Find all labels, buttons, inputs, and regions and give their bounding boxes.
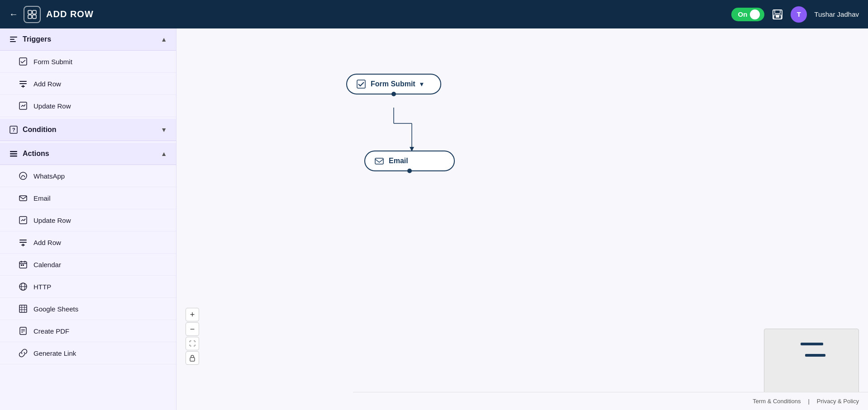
form-submit-node[interactable]: Form Submit ▾ xyxy=(346,74,441,94)
sidebar-item-add-row[interactable]: Add Row xyxy=(0,73,176,95)
add-row-action-icon xyxy=(18,237,28,247)
svg-rect-21 xyxy=(10,156,17,157)
add-row-label: Add Row xyxy=(33,80,61,88)
svg-rect-19 xyxy=(10,151,17,152)
add-row-icon xyxy=(18,79,28,89)
sidebar-item-form-submit[interactable]: Form Submit xyxy=(0,51,176,73)
svg-rect-8 xyxy=(10,37,17,38)
lock-button[interactable] xyxy=(186,351,199,365)
svg-rect-12 xyxy=(19,81,27,82)
http-icon xyxy=(18,282,28,292)
google-sheets-icon xyxy=(18,304,28,314)
privacy-link[interactable]: Privacy & Policy xyxy=(817,398,859,405)
condition-section-header[interactable]: ? Condition ▼ xyxy=(0,119,176,141)
app-logo xyxy=(24,6,41,23)
svg-text:?: ? xyxy=(12,127,15,132)
svg-rect-1 xyxy=(33,10,36,14)
actions-header-left: Actions xyxy=(9,149,49,158)
svg-rect-33 xyxy=(21,264,22,266)
whatsapp-label: WhatsApp xyxy=(33,172,65,180)
condition-label: Condition xyxy=(23,126,57,134)
sidebar-item-update-row-action[interactable]: Update Row xyxy=(0,209,176,231)
form-submit-icon xyxy=(18,57,28,66)
zoom-in-button[interactable]: + xyxy=(186,308,199,321)
svg-point-22 xyxy=(19,172,27,179)
toggle-circle xyxy=(750,9,760,19)
footer: Term & Conditions | Privacy & Policy xyxy=(353,392,868,410)
create-pdf-icon xyxy=(18,326,28,336)
svg-rect-28 xyxy=(21,245,25,245)
svg-rect-0 xyxy=(28,10,32,14)
svg-rect-26 xyxy=(19,242,27,243)
update-row-label: Update Row xyxy=(33,102,71,110)
triggers-section-header[interactable]: Triggers ▲ xyxy=(0,28,176,51)
email-icon xyxy=(18,193,28,203)
sidebar: Triggers ▲ Form Submit xyxy=(0,28,176,410)
save-button[interactable] xyxy=(772,9,783,20)
email-node-label: Email xyxy=(389,157,408,165)
svg-rect-25 xyxy=(19,240,27,240)
calendar-icon xyxy=(18,259,28,269)
add-row-action-label: Add Row xyxy=(33,239,61,246)
calendar-label: Calendar xyxy=(33,261,61,269)
generate-link-label: Generate Link xyxy=(33,349,76,357)
user-name: Tushar Jadhav xyxy=(814,10,859,18)
page-title: ADD ROW xyxy=(46,9,731,19)
sidebar-item-email[interactable]: Email xyxy=(0,187,176,209)
svg-rect-3 xyxy=(33,15,36,19)
update-row-action-icon xyxy=(18,215,28,225)
update-row-action-label: Update Row xyxy=(33,217,71,224)
minimap-form-submit xyxy=(801,343,823,345)
canvas[interactable]: Form Submit ▾ Email + − ⛶ xyxy=(176,28,868,410)
main-layout: Triggers ▲ Form Submit xyxy=(0,28,868,410)
terms-link[interactable]: Term & Conditions xyxy=(753,398,801,405)
http-label: HTTP xyxy=(33,283,51,291)
actions-chevron: ▲ xyxy=(161,150,167,157)
update-row-icon xyxy=(18,101,28,111)
avatar: T xyxy=(791,6,807,23)
triggers-chevron: ▲ xyxy=(161,36,167,43)
generate-link-icon xyxy=(18,348,28,358)
condition-chevron: ▼ xyxy=(161,126,167,133)
svg-rect-34 xyxy=(23,264,24,266)
sidebar-item-http[interactable]: HTTP xyxy=(0,276,176,298)
sidebar-item-update-row[interactable]: Update Row xyxy=(0,95,176,117)
google-sheets-label: Google Sheets xyxy=(33,305,78,313)
zoom-controls: + − ⛶ xyxy=(186,308,199,365)
sidebar-item-create-pdf[interactable]: Create PDF xyxy=(0,320,176,342)
email-node-dot xyxy=(407,169,412,173)
email-node-icon xyxy=(374,156,384,166)
actions-section-header[interactable]: Actions ▲ xyxy=(0,143,176,165)
svg-rect-2 xyxy=(28,15,32,19)
sidebar-item-whatsapp[interactable]: WhatsApp xyxy=(0,165,176,187)
sidebar-item-generate-link[interactable]: Generate Link xyxy=(0,342,176,364)
back-button[interactable]: ← xyxy=(9,9,18,19)
footer-separator: | xyxy=(808,398,809,405)
fullscreen-button[interactable]: ⛶ xyxy=(186,337,199,350)
triggers-header-left: Triggers xyxy=(9,35,51,44)
svg-rect-7 xyxy=(776,15,779,18)
svg-rect-51 xyxy=(357,80,365,88)
sidebar-item-add-row-action[interactable]: Add Row xyxy=(0,231,176,254)
svg-rect-10 xyxy=(10,41,16,42)
zoom-out-button[interactable]: − xyxy=(186,322,199,336)
svg-rect-52 xyxy=(375,158,383,164)
form-submit-node-icon xyxy=(356,79,366,89)
svg-rect-13 xyxy=(19,83,27,84)
triggers-label: Triggers xyxy=(23,35,51,43)
minimap-email xyxy=(805,354,825,357)
svg-rect-9 xyxy=(10,39,14,40)
email-node[interactable]: Email xyxy=(364,151,455,171)
form-submit-label: Form Submit xyxy=(33,58,72,66)
sidebar-item-calendar[interactable]: Calendar xyxy=(0,254,176,276)
svg-rect-20 xyxy=(10,153,17,155)
sidebar-item-google-sheets[interactable]: Google Sheets xyxy=(0,298,176,320)
on-off-toggle[interactable]: On xyxy=(731,8,764,21)
minimap xyxy=(764,329,859,396)
svg-rect-53 xyxy=(190,358,195,361)
svg-rect-38 xyxy=(19,305,27,312)
svg-rect-5 xyxy=(775,10,780,14)
condition-header-left: ? Condition xyxy=(9,125,57,134)
header: ← ADD ROW On T Tushar Jadhav xyxy=(0,0,868,28)
actions-label: Actions xyxy=(23,150,49,158)
